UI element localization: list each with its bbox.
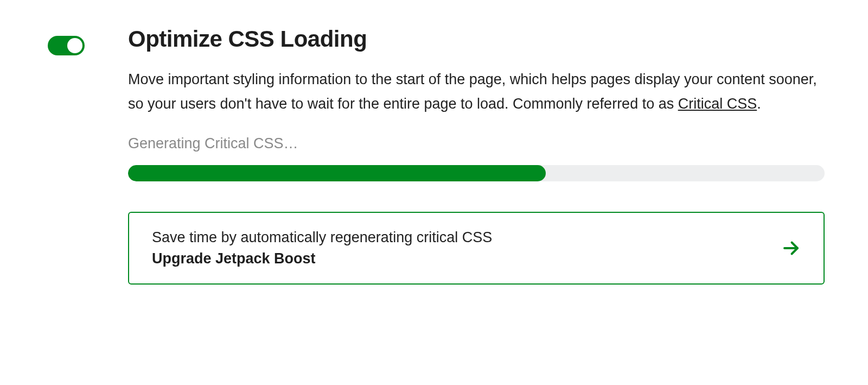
feature-content: Optimize CSS Loading Move important styl…: [128, 26, 825, 285]
optimize-css-feature-row: Optimize CSS Loading Move important styl…: [48, 26, 825, 285]
critical-css-progress-fill: [128, 165, 546, 181]
optimize-css-toggle[interactable]: [48, 36, 85, 55]
upsell-line2: Upgrade Jetpack Boost: [152, 250, 492, 267]
toggle-knob: [67, 38, 82, 53]
critical-css-progress-bar: [128, 165, 825, 181]
arrow-right-icon: [781, 238, 801, 258]
upgrade-jetpack-boost-card[interactable]: Save time by automatically regenerating …: [128, 212, 825, 285]
upsell-text: Save time by automatically regenerating …: [152, 229, 492, 267]
feature-title: Optimize CSS Loading: [128, 26, 825, 52]
critical-css-link[interactable]: Critical CSS: [678, 96, 757, 112]
feature-description-suffix: .: [757, 96, 761, 112]
upsell-line1: Save time by automatically regenerating …: [152, 229, 492, 246]
generation-status-text: Generating Critical CSS…: [128, 135, 825, 152]
feature-description: Move important styling information to th…: [128, 67, 825, 116]
